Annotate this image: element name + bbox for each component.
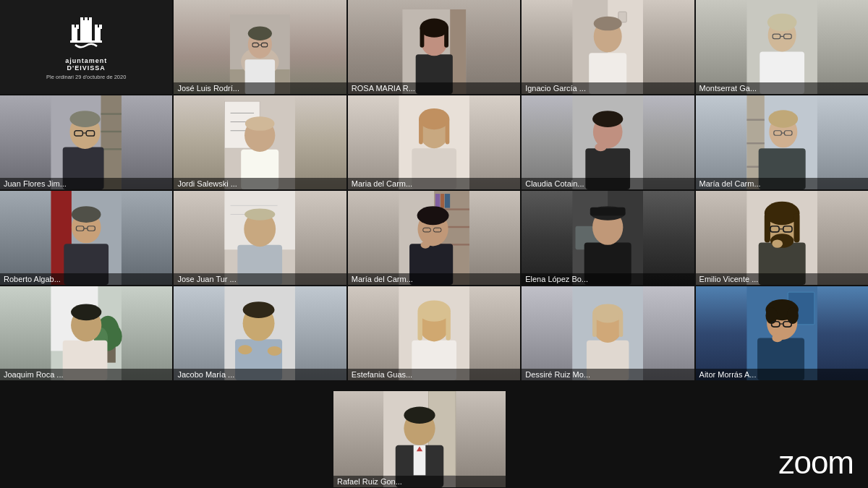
svg-rect-4	[76, 25, 79, 29]
svg-rect-3	[72, 25, 75, 29]
person-silhouette-juan	[0, 95, 172, 189]
main-grid: ajuntament D'EIVISSA Ple ordinari 29 d'o…	[0, 0, 868, 390]
meeting-date: Ple ordinari 29 d'octubre de 2020	[46, 74, 126, 80]
svg-point-107	[417, 206, 448, 225]
participant-name-rosa: ROSA MARIA R...	[348, 82, 520, 94]
svg-point-58	[245, 116, 275, 131]
participant-name-rafael: Rafael Ruiz Gon...	[333, 476, 506, 487]
svg-rect-118	[590, 207, 626, 215]
person-silhouette-ignacio	[522, 0, 694, 94]
svg-rect-125	[793, 213, 799, 243]
svg-point-69	[592, 111, 623, 127]
svg-point-24	[420, 18, 448, 37]
svg-rect-159	[592, 313, 597, 337]
person-silhouette-rosa	[357, 9, 512, 94]
svg-point-171	[772, 334, 783, 342]
svg-point-96	[244, 208, 275, 220]
svg-rect-74	[746, 142, 764, 144]
cell-elena[interactable]: Elena López Bo...	[522, 191, 694, 285]
cell-jacobo[interactable]: Jacobo María ...	[174, 286, 346, 380]
cell-montserrat[interactable]: Montserrat Ga...	[696, 0, 868, 94]
svg-point-63	[419, 108, 449, 129]
cell-jose-juan[interactable]: Jose Juan Tur ...	[174, 191, 346, 285]
svg-point-50	[69, 111, 100, 127]
participant-name-jacobo: Jacobo María ...	[174, 369, 346, 380]
svg-rect-26	[444, 26, 448, 47]
meeting-container: ajuntament D'EIVISSA Ple ordinari 29 d'o…	[0, 0, 868, 488]
zoom-logo: zoom	[778, 445, 854, 481]
participant-name-jordi: Jordi Salewski ...	[174, 178, 346, 189]
svg-rect-6	[85, 17, 88, 22]
person-silhouette-maria3	[348, 191, 520, 285]
cell-dessire[interactable]: Dessiré Ruiz Mo...	[522, 286, 694, 380]
svg-rect-9	[99, 25, 102, 29]
person-silhouette-maria2	[696, 95, 868, 189]
svg-rect-153	[446, 311, 451, 341]
cell-rafael[interactable]: Rafael Ruiz Gon...	[333, 391, 506, 487]
participant-name-emilio: Emilio Vicente ...	[696, 273, 868, 285]
participant-name-aitor: Aitor Morrás A...	[696, 369, 868, 380]
person-silhouette-rafael	[333, 391, 506, 487]
svg-rect-8	[95, 25, 98, 29]
svg-rect-25	[420, 26, 424, 47]
person-silhouette-aitor	[696, 286, 868, 380]
svg-point-139	[71, 304, 101, 320]
svg-point-145	[239, 345, 253, 354]
svg-rect-64	[419, 118, 423, 145]
svg-rect-102	[435, 194, 441, 208]
svg-point-86	[72, 206, 101, 223]
svg-rect-5	[80, 17, 83, 22]
participant-name-maria2: María del Carm...	[696, 178, 868, 189]
svg-point-144	[243, 301, 275, 318]
cell-maria-1[interactable]: Maria del Carm...	[348, 95, 520, 189]
svg-rect-65	[445, 118, 449, 145]
svg-rect-73	[746, 119, 764, 121]
cell-jose-luis[interactable]: José Luis Rodrí...	[174, 0, 346, 94]
svg-point-70	[595, 143, 607, 151]
svg-point-146	[268, 346, 282, 356]
institution-logo-icon	[64, 14, 108, 54]
participant-name-juan: Juan Flores Jim...	[0, 178, 172, 189]
cell-claudia[interactable]: Claudia Cotain...	[522, 95, 694, 189]
svg-point-32	[594, 17, 622, 31]
cell-estefania[interactable]: Estefania Guas...	[348, 286, 520, 380]
svg-rect-103	[441, 194, 444, 208]
cell-rosa-maria[interactable]: ROSA MARIA R...	[348, 0, 520, 94]
svg-rect-7	[89, 17, 92, 22]
svg-point-136	[108, 325, 122, 346]
svg-rect-42	[101, 113, 122, 114]
cell-jordi[interactable]: Jordi Salewski ...	[174, 95, 346, 189]
participant-name-ignacio: Ignacio García ...	[522, 82, 694, 94]
person-silhouette-montserrat	[696, 0, 868, 94]
cell-roberto[interactable]: Roberto Algab...	[0, 191, 172, 285]
person-silhouette-jacobo	[174, 286, 346, 380]
participant-name-montserrat: Montserrat Ga...	[696, 82, 868, 94]
cell-ignacio[interactable]: Ignacio García ...	[522, 0, 694, 94]
svg-point-81	[768, 110, 798, 127]
svg-rect-2	[95, 27, 101, 42]
svg-point-151	[417, 301, 451, 322]
svg-point-158	[592, 304, 623, 322]
participant-name-estefania: Estefania Guas...	[348, 369, 520, 380]
participant-name-jose-luis: José Luis Rodrí...	[174, 82, 346, 94]
svg-point-16	[248, 26, 272, 40]
person-silhouette-estefania	[348, 286, 520, 380]
svg-rect-160	[619, 313, 624, 337]
svg-rect-41	[101, 95, 122, 189]
svg-point-179	[404, 407, 435, 424]
cell-joaquim[interactable]: Joaquim Roca ...	[0, 286, 172, 380]
cell-juan-flores[interactable]: Juan Flores Jim...	[0, 95, 172, 189]
institution-name: ajuntament	[46, 57, 126, 64]
cell-maria-3[interactable]: María del Carm...	[348, 191, 520, 285]
participant-name-dessire: Dessiré Ruiz Mo...	[522, 369, 694, 380]
cell-aitor[interactable]: Aitor Morrás A...	[696, 286, 868, 380]
svg-rect-104	[445, 194, 450, 208]
participant-name-roberto: Roberto Algab...	[0, 273, 172, 285]
cell-maria-2[interactable]: María del Carm...	[696, 95, 868, 189]
participant-name-elena: Elena López Bo...	[522, 273, 694, 285]
participant-name-jose-juan: Jose Juan Tur ...	[174, 273, 346, 285]
svg-point-110	[420, 241, 430, 249]
cell-emilio[interactable]: Emilio Vicente ...	[696, 191, 868, 285]
svg-point-130	[772, 239, 783, 247]
participant-name-claudia: Claudia Cotain...	[522, 178, 694, 189]
